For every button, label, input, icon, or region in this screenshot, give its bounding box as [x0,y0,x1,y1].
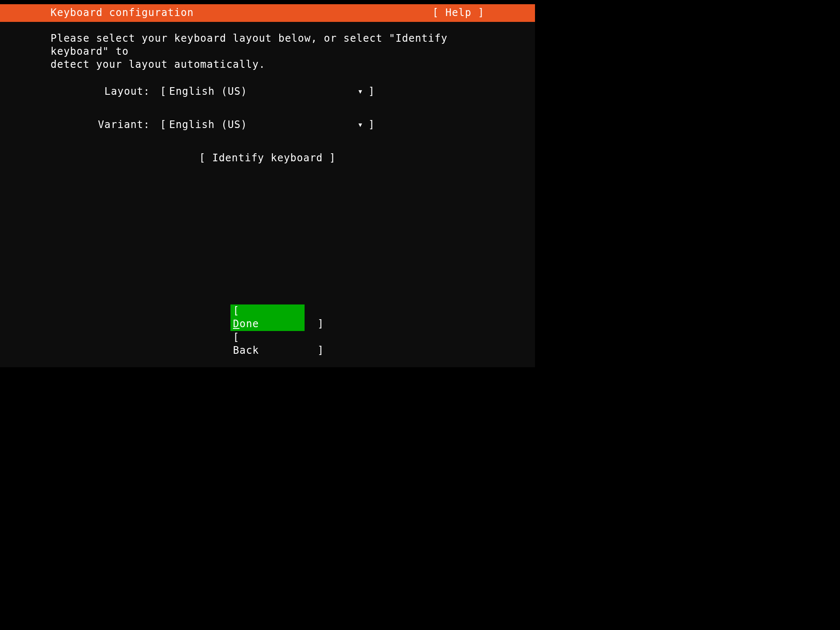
footer-buttons: [ Done ] [ Back ] [230,304,305,357]
instruction-text: Please select your keyboard layout below… [51,32,484,72]
layout-dropdown[interactable]: [ English (US) ▼ ] [160,85,375,98]
layout-row: Layout: [ English (US) ▼ ] [51,85,484,98]
content-area: Please select your keyboard layout below… [0,22,535,367]
done-button[interactable]: [ Done ] [230,304,305,331]
variant-dropdown[interactable]: [ English (US) ▼ ] [160,118,375,131]
bracket-open: [ [160,85,166,98]
bracket-open: [ [160,118,166,131]
chevron-down-icon: ▼ [358,88,362,95]
layout-label: Layout: [51,85,160,98]
variant-value: English (US) [169,118,358,131]
variant-row: Variant: [ English (US) ▼ ] [51,118,484,131]
chevron-down-icon: ▼ [358,121,362,128]
help-button[interactable]: [ Help ] [432,6,484,19]
done-label-rest: one [239,318,259,330]
back-button[interactable]: [ Back ] [230,331,305,357]
done-hotkey-letter: D [233,318,239,330]
bracket-close: ] [369,118,375,131]
layout-value: English (US) [169,85,358,98]
identify-keyboard-button[interactable]: [ Identify keyboard ] [51,152,484,165]
page-title: Keyboard configuration [51,6,194,19]
variant-label: Variant: [51,118,160,131]
back-label: Back [233,344,259,356]
header-bar: Keyboard configuration [ Help ] [0,4,535,22]
bracket-close: ] [369,85,375,98]
